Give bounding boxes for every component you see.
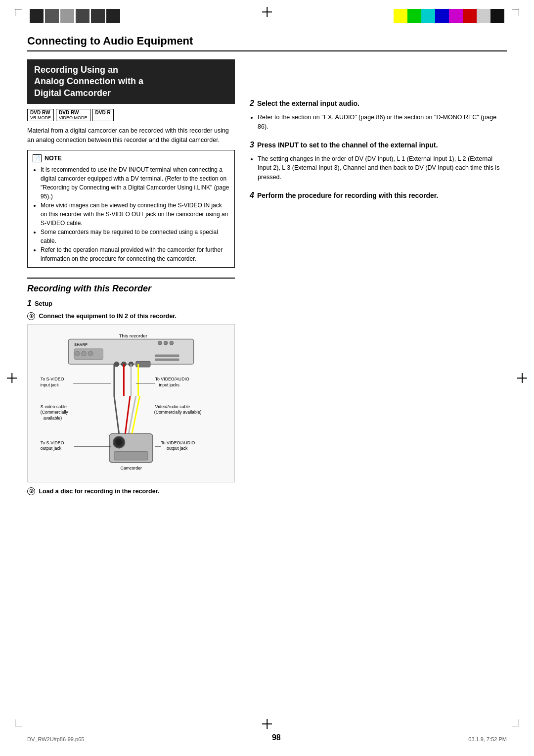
step3-title: Press INPUT to set to the channel of the… [257,141,438,149]
step1-number: 1 [27,299,32,308]
step3-content: The setting changes in the order of DV (… [250,154,507,182]
color-green [407,9,421,23]
note-icon: 📄 [33,154,42,162]
svg-text:input jacks: input jacks [159,382,180,387]
svg-text:To S-VIDEO: To S-VIDEO [41,377,64,381]
color-blue [435,9,449,23]
note-box: 📄 NOTE It is recommended to use the DV I… [27,150,235,268]
svg-text:This recorder: This recorder [119,332,148,338]
color-red [463,9,477,23]
recording-section: Recording with this Recorder 1 Setup ① C… [27,278,235,495]
note-title: 📄 NOTE [33,154,229,162]
reg-block-5 [91,9,105,23]
svg-line-28 [132,396,140,433]
corner-mark-tl [15,9,22,16]
step2-number: 2 [250,99,254,108]
color-magenta [449,9,463,23]
note-item-2: More vivid images can be viewed by conne… [41,201,229,228]
svg-point-8 [164,341,168,345]
dvd-badge-3: DVD R [92,109,114,121]
color-black [490,9,504,23]
step3-content-item: The setting changes in the order of DV (… [258,154,507,182]
reg-block-2 [45,9,59,23]
svg-rect-11 [155,358,179,361]
dvd-badges: DVD RW VR MODE DVD RW VIDEO MODE DVD R [27,109,235,121]
svg-text:To S-VIDEO: To S-VIDEO [41,440,64,445]
circled-2: ② [27,487,35,495]
page-number: 98 [272,733,281,742]
circled-1: ① [27,312,35,320]
two-column-layout: Recording Using an Analog Connection wit… [27,59,507,499]
svg-point-7 [158,341,162,345]
svg-text:Camcorder: Camcorder [121,466,142,471]
reg-block-1 [30,9,44,23]
svg-text:To VIDEO/AUDIO: To VIDEO/AUDIO [155,377,189,381]
step2-header: 2 Select the external input audio. [250,99,507,110]
step2-content: Refer to the section on "EX. AUDIO" (pag… [250,113,507,132]
step2-title: Select the external input audio. [257,99,359,107]
step4-container: 4 Perform the procedure for recording wi… [250,191,507,202]
step4-number: 4 [250,191,254,200]
step2-content-item: Refer to the section on "EX. AUDIO" (pag… [258,113,507,132]
svg-rect-10 [155,354,179,357]
page-header: Connecting to Audio Equipment [27,35,507,51]
step1-substep1: ① Connect the equipment to IN 2 of this … [27,312,235,320]
footer: DV_RW2U#p86-99.p65 98 03.1.9, 7:52 PM [27,733,507,742]
svg-text:(Commercially available): (Commercially available) [154,410,202,415]
note-item-3: Some camcorders may be required to be co… [41,228,229,245]
svg-text:Video/Audio cable: Video/Audio cable [155,404,190,409]
svg-rect-24 [114,451,148,460]
crosshair-right [517,373,527,383]
note-item-1: It is recommended to use the DV IN/OUT t… [41,165,229,201]
step3-container: 3 Press INPUT to set to the channel of t… [250,141,507,182]
right-column: 2 Select the external input audio. Refer… [250,59,507,499]
diagram-svg: This recorder SHARP [32,329,230,478]
step1-substep2: ② Load a disc for recording in the recor… [27,487,235,495]
svg-point-4 [75,351,80,356]
step3-number: 3 [250,141,254,149]
dvd-badge-2: DVD RW VIDEO MODE [56,109,90,121]
svg-text:available): available) [44,416,62,421]
step4-title: Perform the procedure for recording with… [257,191,438,199]
section1-title: Recording Using an Analog Connection wit… [34,64,228,99]
crosshair-left [7,373,17,383]
svg-text:input jack: input jack [41,382,59,387]
corner-mark-bl [15,719,22,726]
top-color-bar [394,9,504,23]
color-yellow [394,9,407,23]
reg-block-3 [60,9,74,23]
crosshair-top [262,7,272,17]
svg-text:S-video cable: S-video cable [41,404,67,409]
svg-point-23 [116,439,123,446]
dvd-badge-1: DVD RW VR MODE [27,109,54,121]
diagram-container: This recorder SHARP [27,324,235,482]
svg-text:SHARP: SHARP [74,342,88,347]
section1-body: Material from a digital camcorder can be… [27,126,235,145]
footer-left: DV_RW2U#p86-99.p65 [27,736,84,742]
svg-point-6 [88,351,93,356]
recording-section-title: Recording with this Recorder [27,284,235,294]
note-list: It is recommended to use the DV IN/OUT t… [33,165,229,263]
corner-mark-tr [512,9,519,16]
color-cyan [421,9,435,23]
reg-block-4 [76,9,89,23]
step4-header: 4 Perform the procedure for recording wi… [250,191,507,202]
step1-title: Setup [35,300,52,307]
corner-mark-br [512,719,519,726]
svg-point-5 [82,351,87,356]
top-black-bar [30,9,120,23]
note-item-4: Refer to the operation manual provided w… [41,245,229,263]
left-column: Recording Using an Analog Connection wit… [27,59,235,499]
svg-text:output jack: output jack [41,446,62,451]
svg-text:(Commercially: (Commercially [41,410,69,415]
svg-point-9 [170,341,174,345]
section1-heading-box: Recording Using an Analog Connection wit… [27,59,235,104]
step1-header: 1 Setup [27,299,235,310]
page-title: Connecting to Audio Equipment [27,35,193,47]
svg-text:output jack: output jack [167,446,188,451]
main-content: Connecting to Audio Equipment Recording … [27,35,507,721]
reg-block-6 [106,9,120,23]
step1-container: 1 Setup ① Connect the equipment to IN 2 … [27,299,235,495]
color-gray [477,9,490,23]
svg-line-25 [114,396,119,433]
